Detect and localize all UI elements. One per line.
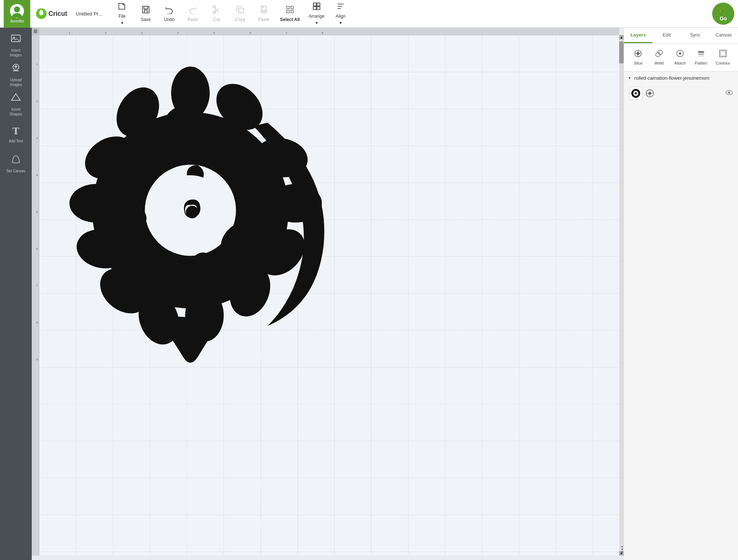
redo-button[interactable]: Redo — [182, 2, 204, 26]
svg-rect-11 — [262, 10, 265, 12]
svg-rect-10 — [239, 8, 244, 13]
file-label: File — [118, 14, 125, 19]
svg-rect-18 — [313, 7, 316, 10]
select-all-button[interactable]: Select All — [276, 2, 304, 26]
select-all-icon — [286, 5, 294, 15]
paste-label: Paste — [258, 17, 269, 22]
undo-button[interactable]: Undo — [158, 2, 180, 26]
svg-rect-13 — [291, 6, 293, 9]
copy-button[interactable]: Copy — [229, 2, 251, 26]
set-canvas-label: Set Canvas — [6, 169, 25, 173]
file-chevron-icon: ▾ — [121, 20, 123, 25]
tab-canvas[interactable]: Canvas — [710, 28, 738, 43]
layer-item[interactable] — [628, 84, 734, 102]
slice-tool[interactable]: Slice — [629, 47, 647, 68]
sidebar-item-set-canvas[interactable]: Set Canvas — [2, 149, 30, 177]
contour-label: Contour — [715, 61, 730, 65]
svg-marker-26 — [11, 94, 20, 100]
layer-group-header[interactable]: ▼ rolled-carnation-flower-jenuinemom — [628, 75, 734, 81]
scroll-track[interactable] — [619, 39, 624, 551]
design-canvas[interactable] — [39, 35, 619, 556]
canvas-options-button[interactable] — [621, 546, 623, 553]
panel-tools: Slice Weld — [624, 44, 738, 72]
paste-icon — [259, 5, 268, 15]
file-icon — [118, 2, 127, 12]
tab-edit[interactable]: Edit — [652, 28, 681, 43]
svg-point-53 — [637, 52, 639, 55]
canvas-area[interactable]: 1 2 3 4 5 6 7 8 1 2 3 4 5 6 7 8 9 — [32, 28, 624, 560]
svg-point-71 — [648, 92, 651, 95]
cricut-logo: Cricut — [35, 8, 71, 20]
svg-rect-17 — [317, 3, 320, 6]
svg-point-61 — [679, 52, 681, 55]
go-icon: 🌿 — [718, 6, 728, 15]
svg-point-6 — [213, 11, 215, 14]
contour-icon — [719, 49, 727, 59]
slice-icon — [634, 49, 642, 59]
flatten-tool[interactable]: Flatten — [692, 47, 710, 68]
avatar — [10, 4, 24, 18]
dot-1 — [621, 546, 623, 547]
svg-rect-16 — [313, 3, 316, 6]
cut-label: Cut — [213, 17, 220, 22]
copy-icon — [236, 5, 245, 15]
layer-visibility-icon[interactable] — [725, 90, 733, 97]
vertical-scrollbar[interactable]: ▲ ▼ — [619, 35, 624, 556]
tab-layers[interactable]: Layers — [624, 28, 652, 43]
tab-sync[interactable]: Sync — [681, 28, 710, 43]
sidebar-item-add-text[interactable]: T Add Text — [2, 120, 30, 148]
layer-thumbnail — [629, 87, 642, 100]
contour-tool[interactable]: Contour — [713, 47, 733, 68]
scroll-thumb[interactable] — [619, 41, 624, 63]
file-button[interactable]: File ▾ — [111, 2, 133, 26]
user-name: Jennifer — [10, 19, 24, 23]
arrange-button[interactable]: Arrange ▾ — [305, 2, 328, 26]
upload-images-label: UploadImages — [10, 77, 22, 87]
insert-images-icon — [11, 33, 21, 46]
slice-label: Slice — [634, 61, 642, 65]
svg-rect-5 — [144, 10, 147, 13]
cut-icon — [212, 5, 221, 15]
add-text-icon: T — [13, 125, 20, 137]
attach-label: Attach — [674, 61, 686, 65]
svg-rect-15 — [291, 10, 293, 13]
sidebar-item-upload-images[interactable]: UploadImages — [2, 61, 30, 89]
paste-button[interactable]: Paste — [253, 2, 275, 26]
svg-point-51 — [186, 206, 199, 218]
svg-point-69 — [635, 92, 637, 94]
attach-tool[interactable]: Attach — [671, 47, 689, 68]
set-canvas-icon — [11, 154, 21, 167]
weld-tool[interactable]: Weld — [650, 47, 668, 68]
redo-icon — [189, 5, 197, 15]
undo-icon — [165, 5, 174, 15]
scroll-up-arrow[interactable]: ▲ — [619, 35, 624, 39]
align-button[interactable]: Align ▾ — [330, 2, 352, 26]
flatten-icon — [697, 49, 705, 59]
svg-point-77 — [728, 91, 730, 94]
user-menu[interactable]: Jennifer — [4, 0, 30, 28]
save-button[interactable]: Save — [135, 2, 157, 26]
svg-line-9 — [214, 10, 216, 11]
layer-group-name: rolled-carnation-flower-jenuinemom — [634, 75, 710, 81]
add-text-label: Add Text — [9, 139, 23, 143]
svg-rect-19 — [317, 7, 320, 10]
flower-design[interactable] — [50, 50, 331, 371]
svg-rect-63 — [698, 53, 704, 55]
project-title: Untitled Pr... — [76, 11, 102, 17]
layer-group: ▼ rolled-carnation-flower-jenuinemom — [624, 72, 738, 106]
go-button[interactable]: 🌿 Go — [712, 3, 734, 25]
go-label: Go — [720, 15, 727, 21]
copy-label: Copy — [235, 17, 245, 22]
layer-color-icon — [645, 89, 654, 98]
insert-images-label: InsertImages — [10, 48, 22, 58]
align-chevron-icon: ▾ — [339, 20, 342, 25]
svg-rect-62 — [698, 51, 704, 53]
ruler-top: 1 2 3 4 5 6 7 8 — [39, 28, 619, 35]
cut-button[interactable]: Cut — [206, 2, 228, 26]
sidebar-item-insert-images[interactable]: InsertImages — [2, 31, 30, 59]
insert-shapes-icon — [11, 92, 21, 105]
sidebar-item-insert-shapes[interactable]: InsertShapes — [2, 90, 30, 118]
save-label: Save — [141, 17, 151, 22]
arrange-icon — [312, 2, 321, 12]
dot-3 — [621, 551, 623, 553]
